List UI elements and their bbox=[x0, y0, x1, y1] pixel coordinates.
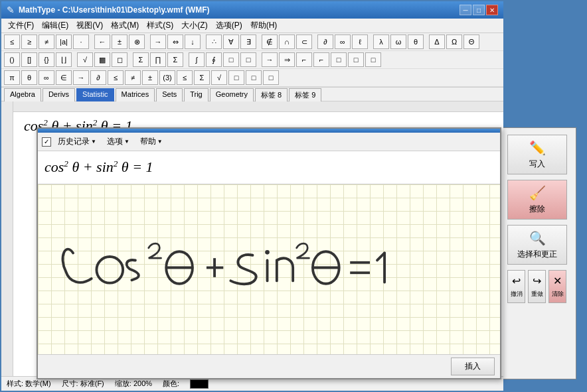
tab-label8[interactable]: 标签 8 bbox=[255, 88, 288, 101]
tb-box7[interactable]: □ bbox=[246, 70, 262, 85]
tb-ell[interactable]: ℓ bbox=[352, 34, 368, 49]
tb-delta[interactable]: Δ bbox=[429, 34, 445, 49]
tb-cdot[interactable]: · bbox=[73, 34, 89, 49]
tb-iff[interactable]: ⇔ bbox=[167, 34, 183, 49]
hw-handwriting-svg bbox=[51, 204, 476, 324]
tb-theta-small[interactable]: θ bbox=[408, 34, 424, 49]
tb-paren[interactable]: () bbox=[4, 52, 20, 67]
tb-exists[interactable]: ∃ bbox=[240, 34, 256, 49]
tb-prod[interactable]: ∏ bbox=[150, 52, 166, 67]
hw-history-menu[interactable]: 历史记录 ▼ bbox=[54, 135, 100, 149]
hw-help-menu[interactable]: 帮助 ▼ bbox=[136, 135, 167, 149]
tab-label9[interactable]: 标签 9 bbox=[289, 88, 321, 101]
tb-cap[interactable]: ∩ bbox=[279, 34, 295, 49]
tb-geq[interactable]: ≥ bbox=[21, 34, 37, 49]
write-button[interactable]: ✏️ 写入 bbox=[507, 135, 567, 174]
select-correct-button[interactable]: 🔍 选择和更正 bbox=[507, 225, 567, 265]
tb-Rarrow[interactable]: ⇒ bbox=[279, 52, 295, 67]
hw-options-menu[interactable]: 选项 ▼ bbox=[103, 135, 133, 149]
tb-lnot1[interactable]: ⌐ bbox=[296, 52, 312, 67]
tb-abs[interactable]: |a| bbox=[56, 34, 72, 49]
tb-matrix[interactable]: ▩ bbox=[94, 52, 110, 67]
tb-infty2[interactable]: ∞ bbox=[39, 70, 54, 85]
tb-neq2[interactable]: ≠ bbox=[125, 70, 141, 85]
tb-theta[interactable]: θ bbox=[21, 70, 37, 85]
tb-oint[interactable]: ∮ bbox=[206, 52, 222, 67]
tb-subset[interactable]: ⊂ bbox=[296, 34, 312, 49]
tb-bracket[interactable]: [] bbox=[21, 52, 37, 67]
undo-button[interactable]: ↩ 撤消 bbox=[507, 270, 525, 303]
erase-button[interactable]: 🧹 擦除 bbox=[507, 180, 567, 220]
maximize-button[interactable]: □ bbox=[473, 5, 485, 15]
tb-sum[interactable]: Σ bbox=[133, 52, 149, 67]
tb-brace[interactable]: {} bbox=[39, 52, 54, 67]
tb-sigma[interactable]: Σ bbox=[194, 70, 210, 85]
menu-size[interactable]: 大小(Z) bbox=[177, 19, 211, 33]
tb-leq2[interactable]: ≤ bbox=[108, 70, 124, 85]
tb-lambda[interactable]: λ bbox=[373, 34, 389, 49]
minimize-button[interactable]: ─ bbox=[460, 5, 471, 15]
tb-integral[interactable]: ∫ bbox=[189, 52, 205, 67]
tb-square[interactable]: ◻ bbox=[112, 52, 127, 67]
menu-file[interactable]: 文件(F) bbox=[4, 19, 38, 33]
tb-sum2[interactable]: Σ bbox=[167, 52, 183, 67]
tb-forall[interactable]: ∀ bbox=[223, 34, 239, 49]
close-button[interactable]: ✕ bbox=[486, 5, 498, 15]
tb-Omega[interactable]: Ω bbox=[446, 34, 462, 49]
tb-arrow-left[interactable]: ← bbox=[94, 34, 110, 49]
tb-Theta[interactable]: Θ bbox=[463, 34, 479, 49]
tb-partial[interactable]: ∂ bbox=[317, 34, 333, 49]
tb-box5[interactable]: □ bbox=[365, 52, 381, 67]
tab-geometry[interactable]: Geometry bbox=[210, 88, 254, 101]
tab-derivs[interactable]: Derivs bbox=[42, 88, 75, 101]
clear-button[interactable]: ✕ 清除 bbox=[548, 270, 566, 303]
tb-pi[interactable]: π bbox=[4, 70, 20, 85]
tb-notin[interactable]: ∉ bbox=[262, 34, 278, 49]
title-bar: ✎ MathType - C:\Users\think01\Desktop\y.… bbox=[1, 1, 503, 19]
tb-to[interactable]: → bbox=[73, 70, 89, 85]
tb-in[interactable]: ∈ bbox=[56, 70, 72, 85]
tb-box3[interactable]: □ bbox=[331, 52, 347, 67]
tab-trig[interactable]: Trig bbox=[184, 88, 209, 101]
menu-help[interactable]: 帮助(H) bbox=[246, 19, 282, 33]
tb-arrow-right[interactable]: → bbox=[150, 34, 166, 49]
tab-statistic[interactable]: Statistic bbox=[76, 88, 114, 101]
menu-options[interactable]: 选项(P) bbox=[212, 19, 246, 33]
toolbar-row-1: ≤ ≥ ≠ |a| · ← ± ⊗ → ⇔ ↓ ∴ ∀ ∃ ∉ ∩ ⊂ ∂ ∞ … bbox=[1, 33, 503, 51]
tb-box6[interactable]: □ bbox=[228, 70, 244, 85]
tb-leq3[interactable]: ≤ bbox=[177, 70, 193, 85]
tb-otimes[interactable]: ⊗ bbox=[129, 34, 145, 49]
tb-infty[interactable]: ∞ bbox=[335, 34, 351, 49]
tb-neq[interactable]: ≠ bbox=[39, 34, 54, 49]
tab-algebra[interactable]: Algebra bbox=[4, 88, 41, 101]
write-icon: ✏️ bbox=[529, 140, 546, 156]
tb-therefore[interactable]: ∴ bbox=[206, 34, 222, 49]
tb-nabla[interactable]: ∂ bbox=[90, 70, 106, 85]
tb-pm2[interactable]: ± bbox=[142, 70, 158, 85]
tab-matrices[interactable]: Matrices bbox=[116, 88, 155, 101]
tb-floor[interactable]: ⌊⌋ bbox=[56, 52, 72, 67]
tb-rarrow[interactable]: → bbox=[262, 52, 278, 67]
tb-pm[interactable]: ± bbox=[112, 34, 127, 49]
tab-sets[interactable]: Sets bbox=[156, 88, 183, 101]
tb-box8[interactable]: □ bbox=[263, 70, 279, 85]
tb-box1[interactable]: □ bbox=[223, 52, 239, 67]
tb-box2[interactable]: □ bbox=[240, 52, 256, 67]
menu-edit[interactable]: 编辑(E) bbox=[38, 19, 72, 33]
menu-view[interactable]: 视图(V) bbox=[72, 19, 107, 33]
menu-format[interactable]: 格式(M) bbox=[107, 19, 143, 33]
tb-leq[interactable]: ≤ bbox=[4, 34, 20, 49]
tb-downarrow[interactable]: ↓ bbox=[185, 34, 201, 49]
insert-button[interactable]: 插入 bbox=[451, 358, 495, 375]
tb-sqrt2[interactable]: √ bbox=[211, 70, 227, 85]
tb-box4[interactable]: □ bbox=[348, 52, 364, 67]
hw-canvas-area[interactable] bbox=[38, 184, 500, 354]
chevron-down-icon-2: ▼ bbox=[124, 139, 129, 145]
tb-lnot2[interactable]: ⌐ bbox=[313, 52, 329, 67]
tb-paren3[interactable]: (3) bbox=[159, 70, 175, 85]
menu-style[interactable]: 样式(S) bbox=[143, 19, 177, 33]
tb-sqrt[interactable]: √ bbox=[77, 52, 93, 67]
tb-omega[interactable]: ω bbox=[390, 34, 406, 49]
redo-button[interactable]: ↪ 重做 bbox=[528, 270, 546, 303]
hw-checkbox[interactable]: ✓ bbox=[42, 137, 51, 147]
